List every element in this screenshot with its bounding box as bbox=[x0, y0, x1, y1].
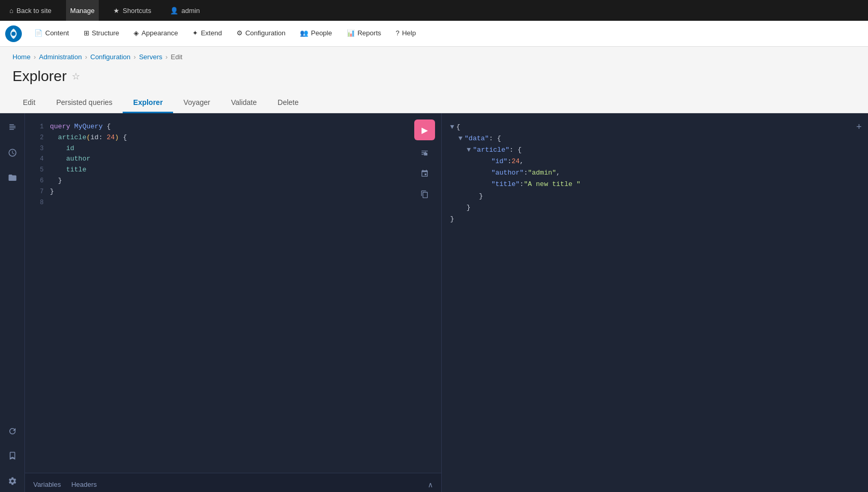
sidebar-refresh-icon[interactable] bbox=[4, 423, 21, 440]
tab-explorer[interactable]: Explorer bbox=[123, 93, 173, 113]
sidebar-docs-icon[interactable] bbox=[4, 119, 21, 136]
tab-edit[interactable]: Edit bbox=[12, 93, 46, 113]
nav-structure[interactable]: ⊞ Structure bbox=[77, 21, 126, 47]
favorite-icon[interactable]: ☆ bbox=[72, 71, 80, 82]
sidebar-shortcut-icon[interactable] bbox=[4, 448, 21, 464]
code-line-3: 3 id bbox=[29, 143, 433, 154]
json-line-3: ▼ "article" : { bbox=[467, 144, 860, 156]
code-line-7: 7 } bbox=[29, 187, 433, 197]
collapse-arrow-2[interactable]: ▼ bbox=[458, 133, 463, 144]
tab-validate[interactable]: Validate bbox=[220, 93, 267, 113]
prettify-button[interactable] bbox=[416, 144, 433, 161]
people-icon: 👥 bbox=[300, 29, 308, 37]
breadcrumb-servers[interactable]: Servers bbox=[139, 53, 162, 61]
main-nav: 📄 Content ⊞ Structure ◈ Appearance ✦ Ext… bbox=[0, 21, 868, 47]
back-to-site-button[interactable]: ⌂ Back to site bbox=[5, 0, 56, 21]
breadcrumb-sep-4: › bbox=[165, 53, 167, 61]
page-title: Explorer bbox=[12, 68, 67, 85]
json-line-6: "title" : "A new title " bbox=[475, 179, 860, 190]
collapse-arrow-3[interactable]: ▼ bbox=[467, 144, 471, 156]
reports-icon: 📊 bbox=[347, 29, 355, 37]
explorer-container: 1 query MyQuery { 2 article(id: 24) { 3 … bbox=[0, 113, 868, 492]
nav-appearance[interactable]: ◈ Appearance bbox=[127, 21, 184, 47]
tab-persisted-queries[interactable]: Persisted queries bbox=[46, 93, 123, 113]
page-header: Explorer ☆ bbox=[0, 64, 868, 93]
breadcrumb-configuration[interactable]: Configuration bbox=[90, 53, 130, 61]
breadcrumb: Home › Administration › Configuration › … bbox=[0, 47, 868, 64]
tab-delete[interactable]: Delete bbox=[267, 93, 309, 113]
help-icon: ? bbox=[396, 29, 399, 37]
breadcrumb-sep-1: › bbox=[34, 53, 36, 61]
collapse-arrow-1[interactable]: ▼ bbox=[450, 122, 454, 133]
appearance-icon: ◈ bbox=[134, 29, 139, 37]
star-nav-icon: ★ bbox=[113, 7, 120, 15]
nav-help[interactable]: ? Help bbox=[389, 21, 422, 47]
configuration-icon: ⚙ bbox=[236, 29, 243, 37]
drupal-logo bbox=[5, 25, 22, 42]
tab-voyager[interactable]: Voyager bbox=[173, 93, 220, 113]
manage-button[interactable]: Manage bbox=[66, 0, 99, 21]
breadcrumb-sep-3: › bbox=[134, 53, 136, 61]
json-line-2: ▼ "data" : { bbox=[458, 133, 860, 144]
breadcrumb-edit: Edit bbox=[171, 53, 182, 61]
code-line-4: 4 author bbox=[29, 154, 433, 165]
code-line-8: 8 bbox=[29, 197, 433, 208]
svg-rect-3 bbox=[9, 126, 16, 127]
admin-user-button[interactable]: 👤 admin bbox=[166, 0, 204, 21]
shortcuts-button[interactable]: ★ Shortcuts bbox=[109, 0, 155, 21]
home-icon: ⌂ bbox=[9, 7, 14, 15]
json-line-1: ▼ { bbox=[450, 122, 860, 133]
nav-reports[interactable]: 📊 Reports bbox=[340, 21, 388, 47]
breadcrumb-home[interactable]: Home bbox=[12, 53, 31, 61]
json-line-4: "id" : 24 , bbox=[475, 156, 860, 167]
editor-panel: 1 query MyQuery { 2 article(id: 24) { 3 … bbox=[25, 113, 442, 492]
svg-rect-5 bbox=[9, 129, 14, 130]
explorer-sidebar bbox=[0, 113, 25, 492]
add-tab-icon[interactable]: + bbox=[856, 122, 862, 132]
result-panel: + ▼ { ▼ "data" : { ▼ "article" : { "id" … bbox=[442, 113, 868, 492]
json-line-5: "author" : "admin" , bbox=[475, 167, 860, 179]
code-line-5: 5 title bbox=[29, 165, 433, 176]
svg-rect-2 bbox=[9, 124, 14, 125]
editor-footer: Variables Headers ∧ bbox=[25, 473, 441, 492]
extend-icon: ✦ bbox=[192, 29, 198, 37]
nav-configuration[interactable]: ⚙ Configuration bbox=[230, 21, 292, 47]
variables-tab[interactable]: Variables bbox=[33, 481, 61, 488]
code-editor[interactable]: 1 query MyQuery { 2 article(id: 24) { 3 … bbox=[25, 113, 441, 473]
user-icon: 👤 bbox=[170, 7, 178, 15]
svg-rect-4 bbox=[9, 127, 16, 128]
editor-toolbar: ▶ bbox=[414, 119, 435, 203]
result-toolbar: + bbox=[856, 119, 862, 136]
copy-button[interactable] bbox=[416, 186, 433, 203]
nav-people[interactable]: 👥 People bbox=[294, 21, 338, 47]
footer-chevron-icon[interactable]: ∧ bbox=[428, 481, 433, 489]
sidebar-settings-icon[interactable] bbox=[4, 473, 21, 489]
content-icon: 📄 bbox=[34, 29, 43, 37]
json-line-8: } bbox=[458, 202, 860, 214]
sidebar-history-icon[interactable] bbox=[4, 144, 21, 161]
code-line-6: 6 } bbox=[29, 176, 433, 187]
admin-bar: ⌂ Back to site Manage ★ Shortcuts 👤 admi… bbox=[0, 0, 868, 21]
run-query-button[interactable]: ▶ bbox=[414, 119, 435, 140]
json-line-7: } bbox=[467, 191, 860, 202]
json-result: ▼ { ▼ "data" : { ▼ "article" : { "id" : … bbox=[450, 122, 860, 225]
sidebar-folder-icon[interactable] bbox=[4, 169, 21, 186]
code-line-2: 2 article(id: 24) { bbox=[29, 132, 433, 143]
json-line-9: } bbox=[450, 214, 860, 225]
breadcrumb-administration[interactable]: Administration bbox=[39, 53, 82, 61]
headers-tab[interactable]: Headers bbox=[71, 481, 97, 488]
merge-button[interactable] bbox=[416, 165, 433, 182]
breadcrumb-sep-2: › bbox=[85, 53, 87, 61]
code-line-1: 1 query MyQuery { bbox=[29, 122, 433, 132]
structure-icon: ⊞ bbox=[84, 29, 89, 37]
nav-content[interactable]: 📄 Content bbox=[28, 21, 75, 47]
svg-point-1 bbox=[11, 32, 16, 36]
tabs-bar: Edit Persisted queries Explorer Voyager … bbox=[0, 93, 868, 113]
nav-extend[interactable]: ✦ Extend bbox=[186, 21, 228, 47]
